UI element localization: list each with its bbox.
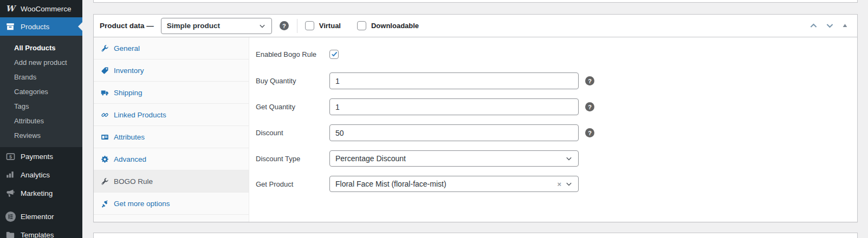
tab-linked-products[interactable]: Linked Products: [94, 104, 249, 126]
submenu-item-all-products[interactable]: All Products: [0, 41, 82, 55]
field-label: Get Product: [256, 180, 329, 188]
downloadable-label: Downloadable: [371, 22, 419, 30]
plug-icon: [101, 200, 109, 208]
tab-label: Shipping: [114, 89, 142, 97]
discount-type-value: Percentage Discount: [335, 154, 406, 163]
get-product-select[interactable]: Floral Face Mist (floral-face-mist) ×: [329, 176, 579, 192]
get-product-row: Get Product Floral Face Mist (floral-fac…: [256, 176, 846, 192]
tag-icon: [101, 67, 109, 75]
submenu-item-categories[interactable]: Categories: [0, 84, 82, 99]
downloadable-checkbox[interactable]: Downloadable: [357, 21, 419, 30]
sidebar-item-label: Payments: [21, 153, 53, 161]
order-up-icon[interactable]: [809, 21, 818, 30]
submenu-item-brands[interactable]: Brands: [0, 70, 82, 84]
get-quantity-row: Get Quantity ?: [256, 98, 846, 115]
card-icon: [101, 133, 109, 141]
sidebar-item-label: WooCommerce: [21, 5, 72, 13]
sidebar-item-label: Marketing: [21, 189, 53, 197]
submenu-item-attributes[interactable]: Attributes: [0, 114, 82, 128]
discount-type-row: Discount Type Percentage Discount: [256, 150, 846, 167]
tab-label: General: [114, 44, 140, 52]
field-label: Discount Type: [256, 155, 329, 163]
wrench-icon: [101, 177, 109, 186]
tab-bogo-rule[interactable]: BOGO Rule: [94, 170, 249, 193]
virtual-label: Virtual: [319, 22, 341, 30]
sidebar-item-analytics[interactable]: Analytics: [0, 166, 82, 184]
wrench-icon: [101, 44, 109, 52]
get-product-value: Floral Face Mist (floral-face-mist): [335, 180, 446, 188]
tab-shipping[interactable]: Shipping: [94, 82, 249, 104]
admin-sidebar: W WooCommerce Products All Products Add …: [0, 0, 82, 238]
discount-type-select[interactable]: Percentage Discount: [329, 150, 579, 167]
templates-icon: [5, 229, 16, 238]
order-down-icon[interactable]: [825, 21, 834, 30]
field-label: Enabled Bogo Rule: [256, 50, 329, 58]
product-type-value: Simple product: [167, 22, 220, 30]
panel-controls: [809, 21, 852, 30]
menu-separator: [0, 202, 82, 207]
submenu-item-reviews[interactable]: Reviews: [0, 128, 82, 143]
product-type-select[interactable]: Simple product: [161, 18, 272, 34]
truck-icon: [101, 89, 109, 97]
previous-panel-edge: [93, 0, 858, 3]
products-icon: [5, 21, 16, 32]
discount-input[interactable]: [329, 124, 579, 141]
downloadable-checkbox-box[interactable]: [357, 21, 366, 30]
main-content: Product data — Simple product ? Virtual …: [93, 0, 858, 238]
sidebar-item-woocommerce[interactable]: W WooCommerce: [0, 0, 82, 17]
virtual-checkbox-box[interactable]: [305, 21, 314, 30]
panel-title: Product data —: [100, 22, 154, 30]
tab-get-more-options[interactable]: Get more options: [94, 193, 249, 215]
help-icon[interactable]: ?: [585, 102, 594, 111]
chevron-down-icon: [258, 22, 266, 30]
bogo-rule-panel: Enabled Bogo Rule Buy Quantity ? Get Qua…: [249, 37, 857, 222]
sidebar-item-label: Elementor: [21, 213, 54, 221]
help-icon[interactable]: ?: [585, 128, 594, 137]
chevron-down-icon: [565, 155, 573, 162]
sidebar-item-elementor[interactable]: Elementor: [0, 207, 82, 226]
tab-label: Attributes: [114, 133, 145, 141]
woocommerce-icon: W: [5, 3, 16, 14]
sidebar-item-label: Templates: [21, 231, 54, 238]
collapse-toggle-icon[interactable]: [841, 22, 848, 29]
tab-advanced[interactable]: Advanced: [94, 148, 249, 170]
help-icon[interactable]: ?: [280, 21, 289, 30]
enabled-bogo-rule-checkbox[interactable]: [329, 50, 339, 59]
product-data-header: Product data — Simple product ? Virtual …: [94, 15, 857, 37]
buy-quantity-row: Buy Quantity ?: [256, 72, 846, 89]
payments-icon: $: [5, 151, 16, 162]
discount-row: Discount ?: [256, 124, 846, 141]
tab-general[interactable]: General: [94, 37, 249, 60]
sidebar-item-templates[interactable]: Templates: [0, 226, 82, 238]
elementor-icon: [5, 211, 16, 222]
get-quantity-input[interactable]: [329, 98, 579, 115]
chevron-down-icon: [565, 180, 573, 188]
next-panel-edge: [93, 233, 858, 238]
field-label: Get Quantity: [256, 103, 329, 111]
svg-text:$: $: [9, 154, 11, 159]
submenu-item-tags[interactable]: Tags: [0, 99, 82, 114]
gear-icon: [101, 155, 109, 163]
product-data-panel: Product data — Simple product ? Virtual …: [93, 14, 858, 222]
tab-attributes[interactable]: Attributes: [94, 126, 249, 148]
marketing-icon: [5, 188, 16, 199]
products-submenu: All Products Add new product Brands Cate…: [0, 36, 82, 147]
sidebar-item-payments[interactable]: $ Payments: [0, 147, 82, 166]
header-divider: [297, 19, 297, 33]
tab-label: BOGO Rule: [114, 177, 153, 186]
product-data-tabs: General Inventory Shipping: [94, 37, 249, 222]
product-data-body: General Inventory Shipping: [94, 37, 857, 222]
virtual-checkbox[interactable]: Virtual: [305, 21, 341, 30]
sidebar-item-products[interactable]: Products: [0, 17, 82, 36]
tab-label: Get more options: [114, 200, 170, 208]
buy-quantity-input[interactable]: [329, 72, 579, 89]
tab-label: Linked Products: [114, 111, 166, 119]
help-icon[interactable]: ?: [585, 76, 594, 85]
tab-inventory[interactable]: Inventory: [94, 60, 249, 82]
submenu-item-add-new-product[interactable]: Add new product: [0, 55, 82, 70]
field-label: Buy Quantity: [256, 77, 329, 85]
clear-selection-icon[interactable]: ×: [557, 181, 561, 188]
sidebar-item-marketing[interactable]: Marketing: [0, 184, 82, 202]
tab-label: Inventory: [114, 67, 144, 75]
enabled-bogo-rule-row: Enabled Bogo Rule: [256, 49, 846, 60]
